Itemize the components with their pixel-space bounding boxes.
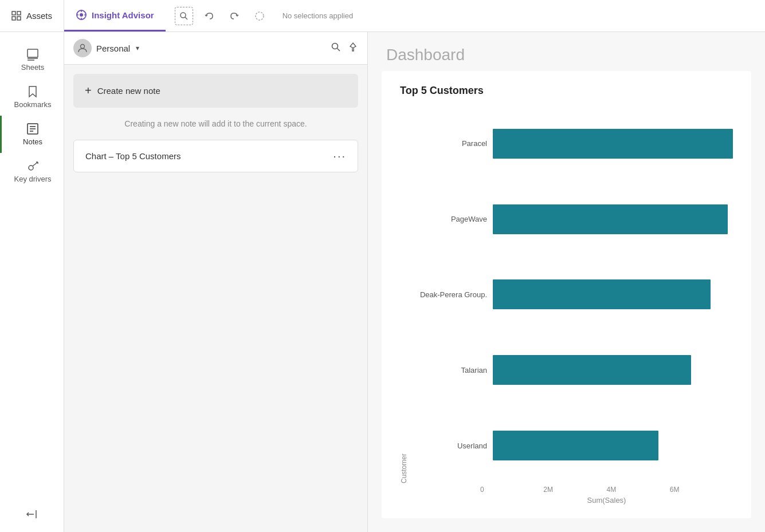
dashboard-title: Dashboard <box>386 46 465 64</box>
collapse-sidebar-button[interactable] <box>17 499 48 532</box>
bar-wrapper <box>493 129 733 159</box>
sidebar-item-notes[interactable]: Notes <box>0 116 64 153</box>
selections-icon <box>254 11 265 21</box>
note-card-title: Chart – Top 5 Customers <box>85 151 181 161</box>
bar <box>493 204 728 234</box>
svg-rect-2 <box>12 17 15 20</box>
bar <box>493 129 733 159</box>
notes-panel: Personal ▾ + Create new note <box>64 32 368 532</box>
x-tick: 2M <box>543 486 606 494</box>
back-button[interactable] <box>200 7 218 25</box>
notes-icon <box>26 123 39 135</box>
svg-point-5 <box>80 13 83 17</box>
svg-rect-0 <box>12 11 15 15</box>
search-notes-button[interactable] <box>331 42 341 55</box>
create-note-hint: Creating a new note will add it to the c… <box>73 115 358 133</box>
dashboard-title-bar: Dashboard <box>368 32 765 71</box>
notes-header-icons <box>331 42 358 55</box>
y-axis-label: Customer <box>400 106 408 483</box>
pin-notes-button[interactable] <box>348 42 358 55</box>
main-content: Sheets Bookmarks Notes Key dr <box>0 32 765 532</box>
bookmark-icon <box>26 85 39 98</box>
pin-icon <box>348 42 358 52</box>
svg-point-20 <box>29 165 33 170</box>
top-bar: Assets Insight Advisor <box>0 0 765 32</box>
svg-point-26 <box>81 45 85 49</box>
redo-icon <box>229 11 240 21</box>
bookmarks-label: Bookmarks <box>14 100 51 109</box>
svg-line-28 <box>338 48 340 51</box>
x-tick: 0 <box>480 486 543 494</box>
insight-advisor-tab[interactable]: Insight Advisor <box>64 0 166 31</box>
bar-row: Userland <box>413 428 733 463</box>
x-tick: 4M <box>607 486 670 494</box>
svg-rect-1 <box>17 11 21 15</box>
dashboard-area: Dashboard Top 5 Customers Customer Parac… <box>368 32 765 532</box>
x-tick: 6M <box>670 486 733 494</box>
svg-rect-3 <box>17 17 21 20</box>
plus-icon: + <box>85 84 92 97</box>
grid-icon <box>11 11 22 21</box>
bar-wrapper <box>493 431 733 460</box>
selections-button[interactable] <box>250 7 269 25</box>
bar-wrapper <box>493 204 733 234</box>
svg-line-21 <box>33 162 38 166</box>
x-axis-title: Sum(Sales) <box>400 496 733 505</box>
collapse-icon <box>26 508 38 521</box>
bar-wrapper <box>493 279 733 309</box>
forward-button[interactable] <box>225 7 244 25</box>
svg-point-10 <box>181 13 186 18</box>
sidebar-item-sheets[interactable]: Sheets <box>0 41 64 78</box>
key-drivers-label: Key drivers <box>14 175 51 183</box>
bar <box>493 355 691 385</box>
bar-label: Talarian <box>413 366 487 375</box>
bar-wrapper <box>493 355 733 385</box>
create-new-note-button[interactable]: + Create new note <box>73 74 358 108</box>
notes-label: Notes <box>23 137 42 146</box>
toolbar-tools <box>166 7 278 25</box>
bar-label: Deak-Perera Group. <box>413 290 487 299</box>
chart-title: Top 5 Customers <box>400 85 733 97</box>
svg-point-27 <box>332 43 338 49</box>
x-axis: 02M4M6M <box>400 486 733 494</box>
person-icon <box>77 43 88 53</box>
bar <box>493 279 711 309</box>
bar-row: Paracel <box>413 127 733 161</box>
svg-line-11 <box>185 17 187 19</box>
personal-avatar <box>73 39 92 57</box>
notes-body: + Create new note Creating a new note wi… <box>64 65 367 532</box>
search-icon <box>179 11 189 21</box>
bar-label: PageWave <box>413 215 487 223</box>
undo-icon <box>204 11 214 21</box>
bar-chart: Customer ParacelPageWaveDeak-Perera Grou… <box>400 106 733 483</box>
svg-rect-13 <box>28 49 38 57</box>
chart-container: Top 5 Customers Customer ParacelPageWave… <box>382 71 751 518</box>
chart-plot: ParacelPageWaveDeak-Perera Group.Talaria… <box>413 106 733 483</box>
note-card-top5customers[interactable]: Chart – Top 5 Customers ··· <box>73 140 358 172</box>
note-card-menu-button[interactable]: ··· <box>333 149 346 163</box>
bar-row: Deak-Perera Group. <box>413 277 733 312</box>
smart-search-button[interactable] <box>175 7 193 25</box>
assets-label: Assets <box>26 11 52 21</box>
search-icon <box>331 42 341 52</box>
create-note-label: Create new note <box>97 86 160 96</box>
no-selections-label: No selections applied <box>283 11 354 20</box>
personal-label: Personal <box>96 44 130 53</box>
sheets-label: Sheets <box>21 63 44 72</box>
sidebar-item-key-drivers[interactable]: Key drivers <box>0 153 64 190</box>
insight-advisor-label: Insight Advisor <box>92 10 154 20</box>
bar-label: Userland <box>413 442 487 450</box>
bar-row: PageWave <box>413 202 733 237</box>
insight-icon <box>76 9 87 21</box>
left-sidebar: Sheets Bookmarks Notes Key dr <box>0 32 64 532</box>
personal-dropdown-button[interactable]: ▾ <box>136 44 139 52</box>
assets-tab[interactable]: Assets <box>0 0 64 31</box>
bar-row: Talarian <box>413 353 733 387</box>
bar <box>493 431 658 460</box>
bar-label: Paracel <box>413 139 487 148</box>
svg-point-12 <box>256 12 264 20</box>
notes-header: Personal ▾ <box>64 32 367 65</box>
key-drivers-icon <box>26 160 39 172</box>
sidebar-item-bookmarks[interactable]: Bookmarks <box>0 78 64 116</box>
sheets-icon <box>26 48 39 61</box>
